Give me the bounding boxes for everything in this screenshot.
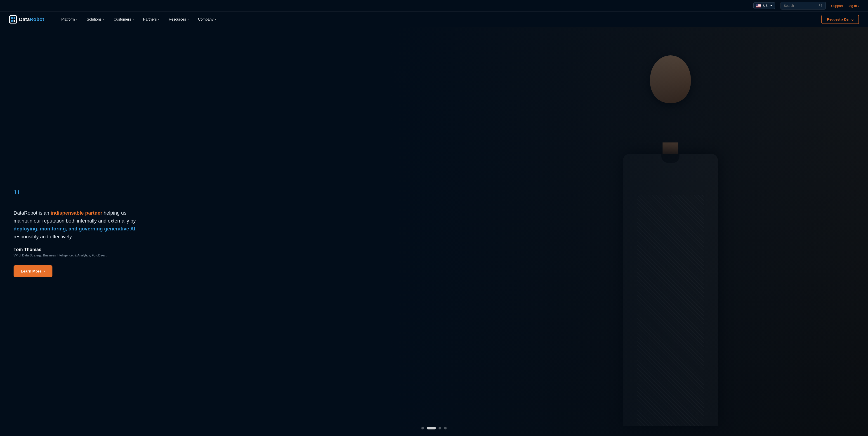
hero-section: " DataRobot is an indispensable partner … xyxy=(0,27,868,436)
hero-content: " DataRobot is an indispensable partner … xyxy=(0,175,147,291)
nav-solutions-label: Solutions xyxy=(87,18,102,22)
nav-item-resources[interactable]: Resources xyxy=(165,16,192,23)
logo-robot-text: Robot xyxy=(30,17,44,22)
svg-rect-11 xyxy=(10,16,16,23)
locale-label: US xyxy=(763,4,767,7)
svg-text:": " xyxy=(13,188,20,202)
svg-line-10 xyxy=(821,6,822,7)
svg-rect-15 xyxy=(13,20,16,22)
quote-suffix: responsibly and effectively. xyxy=(13,234,73,239)
logo-text: DataRobot xyxy=(19,17,44,22)
svg-rect-12 xyxy=(11,17,13,19)
support-link[interactable]: Support xyxy=(831,4,843,8)
solutions-chevron-icon xyxy=(103,19,105,20)
us-flag-icon: ★★★★★★ xyxy=(756,4,761,7)
logo[interactable]: DataRobot xyxy=(9,16,44,24)
company-chevron-icon xyxy=(215,19,216,20)
nav-customers-label: Customers xyxy=(114,18,131,22)
resources-chevron-icon xyxy=(187,19,189,20)
author-title: VP of Data Strategy, Business Intelligen… xyxy=(13,254,138,257)
learn-more-arrow-icon: › xyxy=(44,269,45,273)
svg-rect-13 xyxy=(13,17,16,19)
main-nav: DataRobot Platform Solutions Customers P… xyxy=(0,11,868,27)
svg-rect-4 xyxy=(756,6,761,6)
search-icon xyxy=(819,3,822,8)
login-arrow-icon: › xyxy=(858,4,859,8)
learn-more-button[interactable]: Learn More › xyxy=(13,265,53,277)
nav-partners-label: Partners xyxy=(143,18,157,22)
nav-resources-label: Resources xyxy=(168,18,186,22)
svg-rect-14 xyxy=(11,20,13,22)
svg-text:★★★★★★: ★★★★★★ xyxy=(756,4,761,6)
nav-item-company[interactable]: Company xyxy=(194,16,220,23)
quote-highlight-orange: indispensable partner xyxy=(51,210,102,216)
carousel-dots xyxy=(421,427,447,430)
login-link[interactable]: Log In › xyxy=(847,4,859,8)
logo-icon xyxy=(9,16,17,24)
quote-prefix: DataRobot is an xyxy=(13,210,51,216)
author-name: Tom Thomas xyxy=(13,247,138,252)
carousel-dot-1[interactable] xyxy=(421,427,424,430)
hero-quote-text: DataRobot is an indispensable partner he… xyxy=(13,209,138,241)
quote-mark: " xyxy=(13,188,138,202)
nav-item-solutions[interactable]: Solutions xyxy=(83,16,108,23)
locale-selector[interactable]: ★★★★★★ US xyxy=(753,2,775,9)
customers-chevron-icon xyxy=(132,19,134,20)
carousel-dot-2[interactable] xyxy=(427,427,436,430)
locale-chevron-icon xyxy=(770,5,772,6)
search-input[interactable] xyxy=(784,4,817,7)
logo-data-text: Data xyxy=(19,17,30,22)
partners-chevron-icon xyxy=(158,19,160,20)
carousel-dot-3[interactable] xyxy=(438,427,441,430)
top-bar-links: Support Log In › xyxy=(831,4,859,8)
request-demo-button[interactable]: Request a Demo xyxy=(822,15,859,24)
login-label: Log In xyxy=(847,4,857,8)
nav-item-platform[interactable]: Platform xyxy=(58,16,81,23)
hero-author: Tom Thomas VP of Data Strategy, Business… xyxy=(13,247,138,257)
svg-rect-6 xyxy=(756,7,761,7)
nav-items: Platform Solutions Customers Partners Re… xyxy=(58,16,822,23)
learn-more-label: Learn More xyxy=(21,269,41,273)
nav-item-partners[interactable]: Partners xyxy=(140,16,163,23)
nav-company-label: Company xyxy=(198,18,213,22)
nav-item-customers[interactable]: Customers xyxy=(110,16,138,23)
top-bar: ★★★★★★ US Support Log In › xyxy=(0,0,868,11)
quote-highlight-blue: deploying, monitoring, and governing gen… xyxy=(13,226,135,232)
platform-chevron-icon xyxy=(76,19,78,20)
carousel-dot-4[interactable] xyxy=(444,427,447,430)
search-bar[interactable] xyxy=(780,2,826,9)
nav-platform-label: Platform xyxy=(61,18,75,22)
